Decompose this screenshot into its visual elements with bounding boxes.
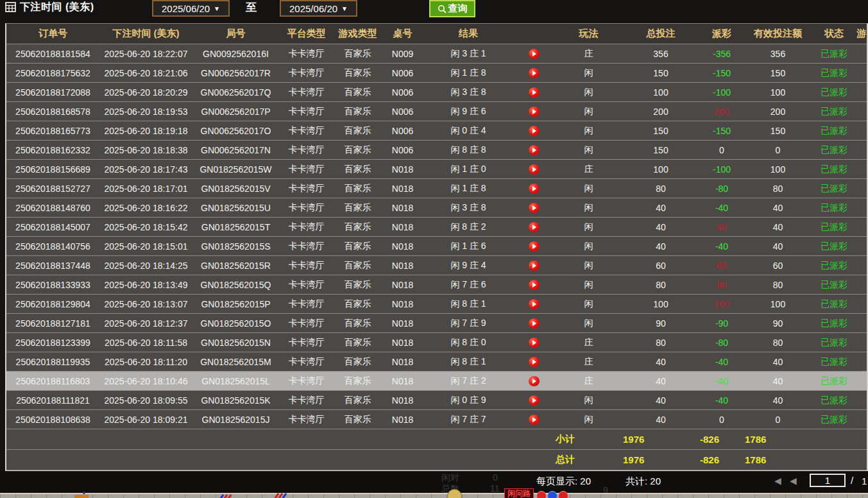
video-play-icon[interactable] [529,107,540,117]
table-row[interactable]: 2506201881685782025-06-20 18:19:53GN0062… [6,102,867,121]
column-header: 有效投注额 [744,24,812,44]
cell-order: 250620188156689 [6,160,99,179]
video-play-icon[interactable] [529,299,540,309]
cell-platform: 卡卡湾厅 [279,198,334,218]
play-cell [513,44,555,64]
cell-result: 闲 7 庄 2 [423,372,513,391]
table-row[interactable]: 2506201881233992025-06-20 18:11:58GN0182… [6,333,867,352]
cell-bet: 庄 [555,333,622,352]
cell-round: GN0062562017O [192,121,279,141]
cell-table: N009 [382,44,423,64]
table-row[interactable]: 2506201881756322025-06-20 18:21:06GN0062… [6,64,867,83]
table-row[interactable]: 2506201881271812025-06-20 18:12:37GN0182… [6,314,867,333]
table-row[interactable]: 2506201881566892025-06-20 18:17:43GN0182… [6,160,867,179]
cell-round: GN0182562015L [192,372,279,391]
video-play-icon[interactable] [529,164,540,175]
video-play-icon[interactable] [529,241,540,252]
cell-round: GN0062562017N [192,141,279,160]
extra-cell [856,391,867,410]
cell-round: GN0182562015U [192,198,279,218]
cell-payout: 0 [699,141,744,160]
cell-result: 闲 1 庄 8 [423,179,513,198]
video-play-icon[interactable] [529,184,540,194]
video-play-icon[interactable] [529,145,540,155]
date-from-select[interactable]: 2025/06/20 ▼ [152,0,230,17]
cell-status: 已派彩 [812,179,856,198]
cell-time: 2025-06-20 18:11:20 [99,352,192,372]
cell-valid: 356 [744,44,812,64]
query-button[interactable]: 查询 [429,0,475,17]
video-play-icon[interactable] [529,376,540,386]
table-row[interactable]: 2506201881086382025-06-20 18:09:21GN0182… [6,410,867,429]
video-play-icon[interactable] [529,318,540,329]
column-header: 游 [856,24,867,44]
table-row[interactable]: 2506201881450072025-06-20 18:15:42GN0182… [6,218,867,237]
cell-status: 已派彩 [812,121,856,141]
cell-order: 250620188111821 [6,391,99,410]
cell-game: 百家乐 [334,352,382,372]
table-row[interactable]: 2506201881487602025-06-20 18:16:22GN0182… [6,198,867,218]
video-play-icon[interactable] [529,415,540,425]
cell-table: N018 [382,391,423,410]
cell-payout: 80 [699,275,744,295]
table-row[interactable]: 2506201881407562025-06-20 18:15:01GN0182… [6,237,867,256]
date-to-select[interactable]: 2025/06/20 ▼ [280,0,357,17]
cell-table: N018 [382,352,423,372]
video-play-icon[interactable] [529,87,540,98]
page-first-button[interactable]: ◀ [774,476,781,486]
cell-bet: 闲 [555,295,622,314]
video-play-icon[interactable] [529,395,540,406]
cell-round: GN0182562015N [192,333,279,352]
roadmap-dot [83,492,85,494]
video-play-icon[interactable] [529,49,540,59]
video-play-icon[interactable] [529,338,540,348]
cell-order: 250620188175632 [6,64,99,83]
extra-cell [856,410,867,429]
video-play-icon[interactable] [529,222,540,232]
cell-valid: 40 [744,352,812,372]
cell-table: N006 [382,83,423,102]
play-cell [513,218,555,237]
column-header: 游戏类型 [334,24,382,44]
cell-status: 已派彩 [812,160,856,179]
cell-platform: 卡卡湾厅 [279,121,334,141]
cell-game: 百家乐 [334,179,382,198]
table-row[interactable]: 2506201881168032025-06-20 18:10:46GN0182… [6,372,867,391]
page-input[interactable]: 1 [810,474,846,487]
table-row[interactable]: 2506201881118212025-06-20 18:09:55GN0182… [6,391,867,410]
extra-cell [856,198,867,218]
table-row[interactable]: 2506201881657732025-06-20 18:19:18GN0062… [6,121,867,141]
table-row[interactable]: 2506201881298042025-06-20 18:13:07GN0182… [6,295,867,314]
table-row[interactable]: 2506201881720882025-06-20 18:20:29GN0062… [6,83,867,102]
video-play-icon[interactable] [529,357,540,367]
cell-bet: 闲 [555,141,622,160]
cell-total: 40 [622,352,699,372]
video-play-icon[interactable] [529,126,540,136]
search-icon [438,4,447,13]
cell-result: 闲 3 庄 8 [423,198,513,218]
table-row[interactable]: 2506201881815842025-06-20 18:22:07GN0092… [6,44,867,64]
cell-payout: -90 [699,314,744,333]
table-row[interactable]: 2506201881527272025-06-20 18:17:01GN0182… [6,179,867,198]
table-row[interactable]: 2506201881623322025-06-20 18:18:38GN0062… [6,141,867,160]
cell-platform: 卡卡湾厅 [279,179,334,198]
table-row[interactable]: 2506201881374482025-06-20 18:14:25GN0182… [6,256,867,275]
video-play-icon[interactable] [529,203,540,213]
cell-order: 250620188137448 [6,256,99,275]
cell-status: 已派彩 [812,218,856,237]
video-play-icon[interactable] [529,261,540,271]
table-row[interactable]: 2506201881199352025-06-20 18:11:20GN0182… [6,352,867,372]
table-row[interactable]: 2506201881339332025-06-20 18:13:49GN0182… [6,275,867,295]
video-play-icon[interactable] [529,280,540,290]
page-prev-button[interactable]: ◀ [790,476,797,486]
cell-total: 100 [622,295,699,314]
video-play-icon[interactable] [529,68,540,78]
cell-round: GN0182562015R [192,256,279,275]
cell-time: 2025-06-20 18:13:07 [99,295,192,314]
cell-bet: 闲 [555,314,622,333]
cell-time: 2025-06-20 18:15:42 [99,218,192,237]
cell-result: 闲 1 庄 8 [423,64,513,83]
extra-cell [856,64,867,83]
cell-order: 250620188172088 [6,83,99,102]
extra-cell [856,160,867,179]
